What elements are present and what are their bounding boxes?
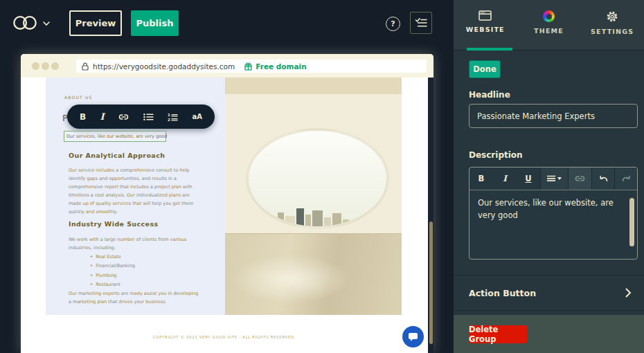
- building: [332, 213, 341, 228]
- industry-bullet-list[interactable]: •Real Estate •Financial/Banking •Plumbin…: [90, 252, 135, 289]
- pages-panel-button[interactable]: [410, 12, 432, 34]
- link-button[interactable]: [568, 168, 591, 190]
- inline-text-value: Our services, like our website, are very…: [66, 134, 167, 139]
- site-copyright: COPYRIGHT © 2021 VERY GOOD SITE - ALL RI…: [21, 335, 428, 339]
- section-paragraph[interactable]: We work with a large number of clients f…: [69, 235, 200, 252]
- description-textarea[interactable]: Our services, like our website, are very…: [469, 190, 627, 229]
- numbered-list-button[interactable]: 1 2: [168, 113, 178, 121]
- svg-text:2: 2: [168, 117, 170, 121]
- free-domain-label: Free domain: [256, 62, 306, 71]
- bullet-dot: •: [90, 273, 93, 278]
- site-preview-window: https://verygoodsite.godaddysites.com Fr…: [21, 54, 433, 353]
- inline-format-toolbar: B I 1 2 aA: [67, 105, 215, 129]
- caret-down-icon: [557, 177, 562, 180]
- description-toolbar: B I U: [469, 168, 637, 190]
- help-button[interactable]: ?: [386, 17, 400, 31]
- building: [296, 208, 304, 228]
- description-label: Description: [469, 150, 523, 160]
- about-photo[interactable]: [225, 78, 402, 315]
- list-item: •Plumbing: [90, 271, 135, 280]
- site-url: https://verygoodsite.godaddysites.com: [93, 62, 235, 71]
- chat-button[interactable]: [402, 326, 424, 347]
- link-icon: [575, 175, 585, 182]
- window-dot: [32, 62, 39, 70]
- url-bar[interactable]: https://verygoodsite.godaddysites.com Fr…: [76, 60, 427, 73]
- align-lines-icon: [547, 175, 555, 182]
- bold-button[interactable]: B: [80, 112, 86, 122]
- italic-button[interactable]: I: [493, 168, 517, 190]
- tab-theme[interactable]: THEME: [517, 0, 581, 50]
- building: [268, 218, 276, 228]
- sand-highlight: [232, 255, 350, 303]
- building: [324, 217, 331, 228]
- section-paragraph[interactable]: Our marketing experts are ready assist y…: [69, 289, 200, 306]
- active-tab-underline: [467, 48, 512, 51]
- align-button[interactable]: [540, 168, 568, 190]
- preview-scrollbar-thumb[interactable]: [429, 221, 433, 344]
- building: [285, 216, 295, 228]
- site-canvas: ABOUT US Passionate Marketing Experts B …: [21, 78, 428, 353]
- bold-button[interactable]: B: [469, 168, 493, 190]
- sidebar-tabs: WEBSITE THEME SETTINGS: [454, 0, 644, 51]
- checklist-icon: [415, 18, 427, 28]
- done-button[interactable]: Done: [469, 60, 501, 78]
- gift-icon: [244, 62, 252, 71]
- action-button-row[interactable]: Action Button: [454, 275, 644, 310]
- chat-bubble-icon: [408, 332, 418, 342]
- about-us-label[interactable]: ABOUT US: [64, 95, 93, 100]
- chevron-right-icon: [625, 288, 632, 298]
- tab-settings[interactable]: SETTINGS: [580, 0, 644, 50]
- gear-icon: [606, 10, 618, 23]
- window-dot: [42, 62, 49, 70]
- list-item: •Real Estate: [90, 252, 135, 262]
- bullet-dot: •: [90, 254, 93, 260]
- website-icon: [478, 10, 492, 21]
- undo-icon: [599, 175, 608, 183]
- headline-label: Headline: [469, 90, 510, 100]
- inline-text-field[interactable]: Our services, like our website, are very…: [64, 131, 166, 142]
- photo-oval-window: [246, 128, 389, 229]
- underline-button[interactable]: U: [517, 168, 540, 190]
- list-item: •Restaurant: [90, 280, 135, 290]
- godaddy-logo-icon: [12, 14, 37, 33]
- window-dot: [51, 62, 59, 70]
- building: [312, 210, 323, 228]
- description-editor: B I U: [469, 167, 638, 260]
- undo-button[interactable]: [591, 168, 614, 190]
- building: [343, 219, 349, 228]
- section-paragraph[interactable]: Our service includes a comprehensive con…: [69, 166, 200, 216]
- publish-button[interactable]: Publish: [131, 10, 179, 36]
- bullet-list-button[interactable]: [143, 113, 154, 121]
- font-size-button[interactable]: aA: [192, 113, 202, 120]
- redo-button[interactable]: [614, 168, 637, 190]
- preview-scrollbar[interactable]: [428, 78, 433, 353]
- link-button[interactable]: [118, 114, 129, 120]
- preview-button[interactable]: Preview: [69, 10, 122, 36]
- lock-icon: [82, 62, 89, 71]
- chevron-down-icon: [43, 21, 50, 26]
- section-title[interactable]: Industry Wide Success: [69, 220, 159, 228]
- bullet-dot: •: [90, 282, 93, 287]
- redo-icon: [622, 175, 631, 183]
- bullet-dot: •: [90, 263, 93, 269]
- action-button-label: Action Button: [469, 288, 536, 298]
- delete-group-button[interactable]: Delete Group: [469, 325, 527, 343]
- building: [278, 212, 284, 228]
- tab-website[interactable]: WEBSITE: [454, 0, 517, 50]
- photo-sand: [225, 233, 402, 315]
- headline-input[interactable]: [469, 104, 638, 128]
- theme-color-wheel-icon: [543, 10, 555, 22]
- group-actions-zone: Delete Group: [454, 315, 644, 353]
- list-item: •Financial/Banking: [90, 262, 135, 271]
- building: [305, 215, 311, 228]
- photo-ceiling: [225, 78, 402, 94]
- browser-chrome: https://verygoodsite.godaddysites.com Fr…: [21, 54, 433, 78]
- godaddy-logo[interactable]: [12, 11, 62, 36]
- editor-scrollbar-thumb[interactable]: [629, 198, 634, 246]
- city-skyline: [268, 206, 370, 228]
- italic-button[interactable]: I: [100, 111, 105, 122]
- editor-sidebar: WEBSITE THEME SETTINGS Done Headline Des…: [454, 0, 644, 353]
- divider: [454, 310, 644, 311]
- section-title[interactable]: Our Analytical Approach: [69, 152, 165, 159]
- svg-text:1: 1: [168, 113, 170, 117]
